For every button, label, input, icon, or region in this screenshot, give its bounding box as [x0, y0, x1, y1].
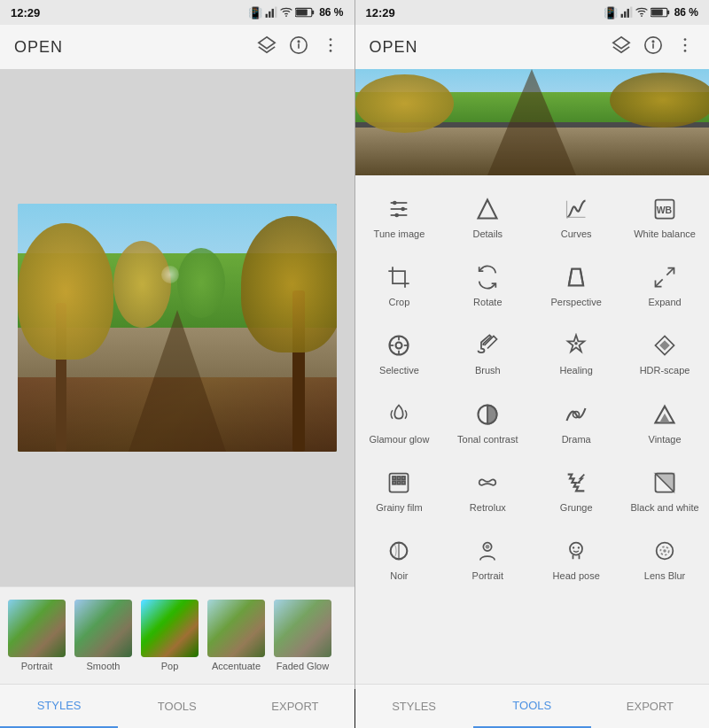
- svg-marker-36: [479, 200, 497, 219]
- retrolux-label: Retrolux: [470, 502, 506, 514]
- left-panel: 12:29 📳 86 %: [0, 0, 354, 728]
- svg-text:WB: WB: [657, 205, 673, 215]
- tool-drama[interactable]: Drama: [536, 391, 616, 453]
- grainy-label: Grainy film: [376, 502, 423, 514]
- tool-glamour-glow[interactable]: Glamour glow: [359, 391, 439, 453]
- tab-styles-right[interactable]: STYLES: [355, 685, 473, 728]
- open-label-right[interactable]: OPEN: [370, 38, 418, 57]
- svg-point-76: [663, 549, 666, 553]
- svg-point-26: [652, 41, 653, 42]
- tool-retrolux[interactable]: Retrolux: [448, 460, 527, 521]
- bottom-nav-right: STYLES TOOLS EXPORT: [355, 684, 710, 728]
- tool-grunge[interactable]: Grunge: [536, 460, 616, 521]
- info-icon-right[interactable]: [643, 35, 663, 59]
- signal-icon-right: [620, 6, 633, 19]
- svg-rect-17: [627, 9, 628, 18]
- tools-row-2: Crop Rotate Perspective: [355, 251, 710, 319]
- tab-styles-left[interactable]: STYLES: [0, 685, 118, 728]
- svg-point-12: [329, 38, 331, 41]
- crop-label: Crop: [389, 297, 410, 308]
- tool-tune-image[interactable]: Tune image: [359, 186, 439, 247]
- layers-icon[interactable]: [257, 35, 277, 59]
- svg-point-35: [395, 213, 400, 218]
- drama-icon: [560, 399, 592, 430]
- style-label-smooth: Smooth: [87, 661, 121, 671]
- tool-hdr-scape[interactable]: HDR-scape: [625, 322, 705, 383]
- style-accentuate[interactable]: Accentuate: [203, 600, 269, 671]
- vibrate-icon-right: 📳: [604, 6, 618, 19]
- tool-perspective[interactable]: Perspective: [536, 254, 616, 315]
- tool-details[interactable]: Details: [448, 186, 527, 247]
- svg-rect-21: [666, 11, 668, 15]
- svg-point-33: [393, 201, 397, 205]
- tool-grainy-film[interactable]: Grainy film: [359, 460, 439, 521]
- tool-vintage[interactable]: Vintage: [625, 391, 705, 453]
- open-label-left[interactable]: OPEN: [14, 38, 63, 57]
- svg-rect-63: [393, 481, 396, 484]
- wb-icon: WB: [649, 193, 681, 225]
- style-portrait[interactable]: Portrait: [4, 600, 70, 671]
- svg-line-44: [666, 268, 674, 275]
- layers-icon-right[interactable]: [612, 35, 631, 59]
- tools-row-3: Selective Brush Healing: [355, 319, 710, 387]
- curves-label: Curves: [561, 228, 592, 240]
- tool-tonal-contrast[interactable]: Tonal contrast: [448, 391, 527, 453]
- portrait-label: Portrait: [472, 570, 503, 582]
- tool-head-pose[interactable]: Head pose: [536, 528, 616, 589]
- vintage-icon: [649, 399, 681, 430]
- details-label: Details: [473, 228, 503, 240]
- svg-rect-6: [312, 11, 314, 15]
- svg-line-43: [580, 269, 584, 286]
- more-icon-right[interactable]: [675, 35, 695, 59]
- style-label-accentuate: Accentuate: [212, 661, 261, 671]
- svg-point-73: [578, 546, 580, 548]
- curves-icon: [560, 193, 592, 225]
- tool-bw[interactable]: Black and white: [625, 460, 705, 521]
- style-label-pop: Pop: [161, 661, 179, 671]
- tools-row-5: Grainy film Retrolux Grunge: [355, 456, 710, 524]
- svg-point-14: [329, 50, 331, 52]
- status-bar-right: 12:29 📳 86 %: [355, 0, 710, 25]
- svg-point-27: [684, 38, 687, 41]
- tab-export-left[interactable]: EXPORT: [236, 685, 354, 728]
- battery-icon-right: [651, 7, 670, 18]
- tonal-icon: [471, 399, 503, 430]
- tab-tools-right[interactable]: TOOLS: [473, 685, 591, 728]
- info-icon[interactable]: [289, 35, 308, 59]
- grunge-icon: [560, 467, 592, 499]
- tool-crop[interactable]: Crop: [359, 254, 439, 315]
- svg-line-42: [569, 269, 573, 286]
- tool-healing[interactable]: Healing: [536, 322, 616, 383]
- tool-portrait[interactable]: Portrait: [448, 528, 527, 589]
- svg-rect-60: [393, 476, 396, 480]
- svg-marker-54: [659, 341, 670, 352]
- selective-label: Selective: [379, 365, 419, 376]
- tool-noir[interactable]: Noir: [359, 528, 439, 589]
- style-faded-glow[interactable]: Faded Glow: [269, 600, 336, 671]
- tool-rotate[interactable]: Rotate: [448, 254, 527, 315]
- tool-expand[interactable]: Expand: [625, 254, 705, 315]
- svg-point-52: [574, 342, 578, 345]
- svg-point-11: [298, 41, 299, 42]
- svg-rect-1: [269, 12, 270, 18]
- more-icon[interactable]: [321, 35, 340, 59]
- tune-image-icon: [383, 193, 415, 225]
- svg-point-28: [684, 43, 687, 46]
- tab-export-right[interactable]: EXPORT: [591, 685, 709, 728]
- retrolux-icon: [471, 467, 503, 499]
- style-pop[interactable]: Pop: [136, 600, 203, 671]
- svg-rect-64: [398, 481, 401, 484]
- noir-label: Noir: [390, 570, 408, 582]
- styles-strip: Portrait Smooth Pop Accentuate Faded Glo…: [0, 586, 354, 684]
- battery-icon: [295, 7, 315, 18]
- hdr-label: HDR-scape: [640, 365, 690, 376]
- tool-brush[interactable]: Brush: [448, 322, 527, 383]
- tool-lens-blur[interactable]: Lens Blur: [625, 528, 705, 589]
- perspective-label: Perspective: [550, 297, 601, 308]
- tool-selective[interactable]: Selective: [359, 322, 439, 383]
- style-smooth[interactable]: Smooth: [70, 600, 136, 671]
- tool-curves[interactable]: Curves: [536, 186, 616, 247]
- wifi-icon-right: [635, 6, 648, 19]
- tab-tools-left[interactable]: TOOLS: [118, 685, 236, 728]
- tool-white-balance[interactable]: WB White balance: [625, 186, 705, 247]
